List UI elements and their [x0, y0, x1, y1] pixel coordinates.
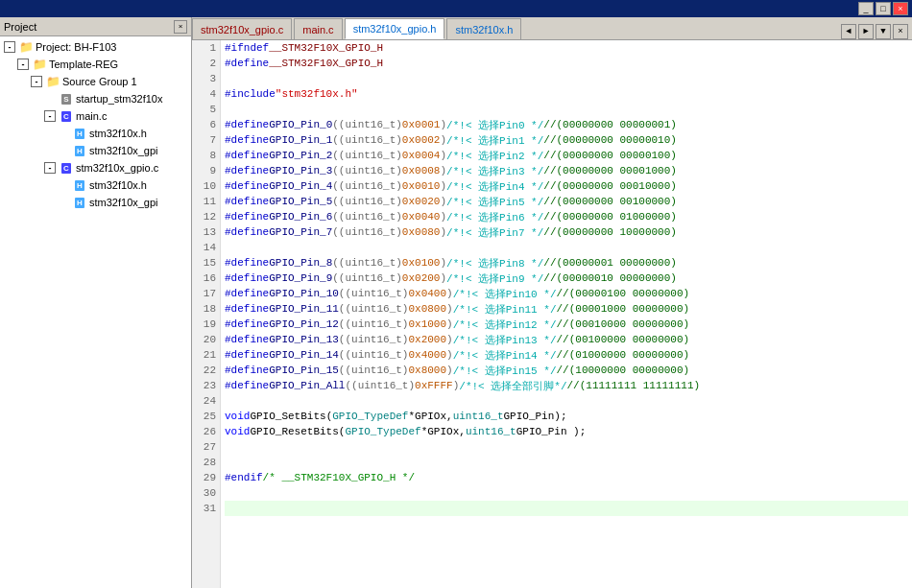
- line-num-23: 23: [192, 378, 220, 393]
- project-tree: -📁Project: BH-F103-📁Template-REG-📁Source…: [0, 36, 191, 588]
- tree-item-stm32f10x-gpio-h2[interactable]: Hstm32f10x_gpi: [0, 194, 191, 211]
- file-icon: S: [59, 91, 74, 106]
- line-num-6: 6: [192, 117, 220, 132]
- tree-label: Template-REG: [49, 59, 118, 70]
- line-num-4: 4: [192, 86, 220, 102]
- tree-label: Source Group 1: [62, 76, 137, 87]
- file-icon: 📁: [18, 39, 34, 55]
- tab-scroll-left[interactable]: ◄: [841, 24, 856, 39]
- code-line-29[interactable]: #endif /* __STM32F10X_GPIO_H */: [225, 470, 908, 485]
- file-icon: 📁: [45, 74, 60, 89]
- code-line-3[interactable]: [225, 71, 908, 86]
- code-line-21[interactable]: #define GPIO_Pin_14 ((uint16_t)0x4000) /…: [225, 347, 908, 363]
- code-line-14[interactable]: [225, 240, 908, 255]
- line-num-18: 18: [192, 301, 220, 317]
- tree-label: startup_stm32f10x: [76, 93, 163, 105]
- code-line-1[interactable]: #ifndef __STM32F10X_GPIO_H: [225, 40, 908, 56]
- code-line-22[interactable]: #define GPIO_Pin_15 ((uint16_t)0x8000) /…: [225, 363, 908, 378]
- tab-1[interactable]: main.c: [294, 18, 342, 39]
- code-line-17[interactable]: #define GPIO_Pin_10 ((uint16_t)0x0400) /…: [225, 286, 908, 301]
- code-line-9[interactable]: #define GPIO_Pin_3 ((uint16_t)0x0008) /*…: [225, 163, 908, 178]
- line-num-30: 30: [192, 485, 220, 501]
- code-line-30[interactable]: [225, 485, 908, 501]
- code-line-6[interactable]: #define GPIO_Pin_0 ((uint16_t)0x0001) /*…: [225, 117, 908, 132]
- tab-bar: stm32f10x_gpio.cmain.cstm32f10x_gpio.hst…: [192, 17, 912, 40]
- line-num-13: 13: [192, 224, 220, 240]
- line-num-9: 9: [192, 163, 220, 178]
- tab-label: main.c: [302, 24, 333, 35]
- code-line-11[interactable]: #define GPIO_Pin_5 ((uint16_t)0x0020) /*…: [225, 194, 908, 209]
- code-line-27[interactable]: [225, 439, 908, 455]
- line-num-31: 31: [192, 501, 220, 516]
- code-content[interactable]: #ifndef __STM32F10X_GPIO_H#define __STM3…: [221, 40, 912, 588]
- tree-label: stm32f10x_gpi: [89, 197, 158, 208]
- tab-0[interactable]: stm32f10x_gpio.c: [192, 18, 292, 39]
- minimize-button[interactable]: _: [858, 2, 874, 15]
- tree-item-stm32f10x-h[interactable]: Hstm32f10x.h: [0, 125, 191, 142]
- line-num-17: 17: [192, 286, 220, 301]
- line-num-11: 11: [192, 194, 220, 209]
- code-line-16[interactable]: #define GPIO_Pin_9 ((uint16_t)0x0200) /*…: [225, 270, 908, 286]
- code-line-13[interactable]: #define GPIO_Pin_7 ((uint16_t)0x0080) /*…: [225, 224, 908, 240]
- code-line-2[interactable]: #define __STM32F10X_GPIO_H: [225, 56, 908, 71]
- expand-icon[interactable]: -: [44, 162, 56, 174]
- tree-item-main-c[interactable]: -Cmain.c: [0, 107, 191, 125]
- tree-item-template-reg[interactable]: -📁Template-REG: [0, 56, 191, 73]
- title-bar-controls: _ □ ×: [858, 2, 908, 15]
- expand-icon[interactable]: -: [4, 41, 15, 53]
- file-icon: 📁: [32, 57, 47, 72]
- file-icon: H: [72, 195, 87, 210]
- code-line-18[interactable]: #define GPIO_Pin_11 ((uint16_t)0x0800) /…: [225, 301, 908, 317]
- line-num-15: 15: [192, 255, 220, 270]
- tree-item-stm32f10x-gpio-c[interactable]: -Cstm32f10x_gpio.c: [0, 159, 191, 176]
- tab-list-button[interactable]: ▼: [876, 24, 891, 39]
- code-line-23[interactable]: #define GPIO_Pin_All ((uint16_t)0xFFFF) …: [225, 378, 908, 393]
- tree-label: stm32f10x.h: [89, 128, 147, 139]
- file-icon: C: [59, 160, 74, 176]
- panel-header: Project ×: [0, 17, 191, 36]
- expand-icon[interactable]: -: [17, 59, 29, 70]
- close-button[interactable]: ×: [893, 2, 908, 15]
- title-bar: _ □ ×: [0, 0, 912, 17]
- left-panel: Project × -📁Project: BH-F103-📁Template-R…: [0, 17, 192, 588]
- code-line-5[interactable]: [225, 102, 908, 117]
- code-line-10[interactable]: #define GPIO_Pin_4 ((uint16_t)0x0010) /*…: [225, 178, 908, 194]
- tree-item-startup[interactable]: Sstartup_stm32f10x: [0, 90, 191, 107]
- maximize-button[interactable]: □: [876, 2, 891, 15]
- code-line-7[interactable]: #define GPIO_Pin_1 ((uint16_t)0x0002) /*…: [225, 132, 908, 148]
- line-num-5: 5: [192, 102, 220, 117]
- code-line-19[interactable]: #define GPIO_Pin_12 ((uint16_t)0x1000) /…: [225, 317, 908, 332]
- expand-icon[interactable]: -: [44, 110, 56, 122]
- code-line-31[interactable]: [225, 501, 908, 516]
- code-line-28[interactable]: [225, 455, 908, 470]
- panel-close-button[interactable]: ×: [174, 20, 187, 34]
- code-line-20[interactable]: #define GPIO_Pin_13 ((uint16_t)0x2000) /…: [225, 332, 908, 347]
- code-line-25[interactable]: void GPIO_SetBits(GPIO_TypeDef *GPIOx,ui…: [225, 409, 908, 424]
- tree-item-stm32f10x-h2[interactable]: Hstm32f10x.h: [0, 176, 191, 194]
- tab-2[interactable]: stm32f10x_gpio.h: [345, 18, 445, 39]
- line-num-19: 19: [192, 317, 220, 332]
- code-line-24[interactable]: [225, 393, 908, 409]
- line-num-8: 8: [192, 148, 220, 163]
- tree-item-project[interactable]: -📁Project: BH-F103: [0, 38, 191, 56]
- main-layout: Project × -📁Project: BH-F103-📁Template-R…: [0, 17, 912, 588]
- expand-icon[interactable]: -: [31, 76, 42, 87]
- tree-label: Project: BH-F103: [36, 41, 116, 53]
- tab-3[interactable]: stm32f10x.h: [446, 18, 521, 39]
- tree-item-source-group-1[interactable]: -📁Source Group 1: [0, 73, 191, 90]
- line-numbers: 1234567891011121314151617181920212223242…: [192, 40, 221, 588]
- code-line-15[interactable]: #define GPIO_Pin_8 ((uint16_t)0x0100) /*…: [225, 255, 908, 270]
- code-line-8[interactable]: #define GPIO_Pin_2 ((uint16_t)0x0004) /*…: [225, 148, 908, 163]
- code-line-26[interactable]: void GPIO_ResetBits( GPIO_TypeDef *GPIOx…: [225, 424, 908, 439]
- tab-scroll-right[interactable]: ►: [858, 24, 874, 39]
- tab-close-all[interactable]: ×: [893, 24, 908, 39]
- code-line-4[interactable]: #include "stm32f10x.h": [225, 86, 908, 102]
- tab-label: stm32f10x_gpio.h: [353, 23, 437, 35]
- code-line-12[interactable]: #define GPIO_Pin_6 ((uint16_t)0x0040) /*…: [225, 209, 908, 224]
- panel-title: Project: [4, 21, 36, 33]
- line-num-25: 25: [192, 409, 220, 424]
- line-num-27: 27: [192, 439, 220, 455]
- tree-label: stm32f10x.h: [89, 179, 147, 191]
- line-num-16: 16: [192, 270, 220, 286]
- tree-item-stm32f10x-gpio-h1[interactable]: Hstm32f10x_gpi: [0, 142, 191, 159]
